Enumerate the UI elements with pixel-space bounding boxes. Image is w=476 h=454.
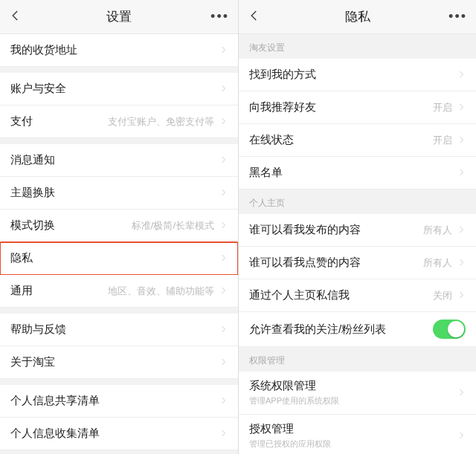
row-label: 主题换肤 [10,186,219,200]
row-label: 允许查看我的关注/粉丝列表 [249,322,433,337]
more-icon[interactable]: ••• [448,9,467,25]
row-subtitle: 管理APP使用的系统权限 [249,395,457,406]
row-label: 通过个人主页私信我 [249,288,433,302]
row-label: 向我推荐好友 [249,100,433,114]
list-item[interactable]: 帮助与反馈 [0,314,238,346]
privacy-scroll[interactable]: 淘友设置找到我的方式向我推荐好友开启在线状态开启黑名单个人主页谁可以看我发布的内… [239,34,476,454]
list-item[interactable]: 授权管理管理已授权的应用权限 [239,415,476,454]
row-value: 开启 [433,134,452,147]
chevron-right-icon [219,187,228,200]
chevron-right-icon [219,356,228,369]
row-label: 消息通知 [10,153,219,167]
row-value: 地区、音效、辅助功能等 [108,285,214,298]
row-label: 我的收货地址 [10,43,219,57]
row-label: 通用 [10,284,108,298]
settings-title: 设置 [39,8,199,25]
privacy-header: 隐私 ••• [239,0,476,34]
section-header: 淘友设置 [239,34,476,59]
chevron-right-icon [457,256,466,270]
settings-panel: 设置 ••• 我的收货地址账户与安全支付支付宝账户、免密支付等消息通知主题换肤模… [0,0,238,454]
row-label: 个人信息共享清单 [10,394,219,408]
row-subtitle: 管理已授权的应用权限 [249,438,457,450]
row-label: 隐私 [10,251,219,265]
row-label: 个人信息收集清单 [10,427,219,441]
section-header: 个人主页 [239,189,476,214]
chevron-right-icon [219,115,228,129]
settings-scroll[interactable]: 我的收货地址账户与安全支付支付宝账户、免密支付等消息通知主题换肤模式切换标准/极… [0,34,238,454]
list-item[interactable]: 账户与安全 [0,73,238,106]
list-item[interactable]: 主题换肤 [0,177,238,210]
list-item[interactable]: 隐私 [0,242,238,275]
row-label: 帮助与反馈 [10,322,219,337]
privacy-title: 隐私 [277,8,437,25]
list-item[interactable]: 我的收货地址 [0,34,238,67]
list-item[interactable]: 支付支付宝账户、免密支付等 [0,106,238,138]
row-value: 开启 [433,101,452,114]
row-value: 标准/极简/长辈模式 [132,219,214,233]
back-icon[interactable] [9,9,22,25]
settings-header: 设置 ••• [0,0,238,34]
list-item[interactable]: 系统权限管理管理APP使用的系统权限 [239,372,476,415]
chevron-right-icon [457,101,466,114]
chevron-right-icon [219,252,228,265]
list-item[interactable]: 个人信息收集清单 [0,418,238,450]
row-label: 谁可以看我发布的内容 [249,223,423,237]
row-value: 关闭 [433,289,452,302]
chevron-right-icon [457,134,466,147]
list-item[interactable]: 在线状态开启 [239,124,476,157]
privacy-panel: 隐私 ••• 淘友设置找到我的方式向我推荐好友开启在线状态开启黑名单个人主页谁可… [238,0,476,454]
list-item[interactable]: 关于淘宝 [0,346,238,379]
chevron-right-icon [457,68,466,82]
list-item[interactable]: 向我推荐好友开启 [239,91,476,124]
list-item[interactable]: 谁可以看我点赞的内容所有人 [239,247,476,279]
chevron-right-icon [219,219,228,233]
row-label: 授权管理 [249,422,457,436]
row-value: 所有人 [423,256,452,270]
row-label: 黑名单 [249,166,457,180]
row-label: 系统权限管理 [249,379,457,393]
list-item[interactable]: 黑名单 [239,157,476,189]
list-item[interactable]: 模式切换标准/极简/长辈模式 [0,210,238,242]
row-label: 支付 [10,114,108,129]
chevron-right-icon [457,166,466,180]
chevron-right-icon [219,44,228,57]
toggle-switch[interactable] [433,320,466,339]
chevron-right-icon [457,429,466,443]
list-item[interactable]: 通用地区、音效、辅助功能等 [0,275,238,308]
row-value: 所有人 [423,224,452,237]
list-item[interactable]: 找到我的方式 [239,59,476,91]
row-label: 谁可以看我点赞的内容 [249,256,423,270]
list-item[interactable]: 消息通知 [0,144,238,177]
row-label: 找到我的方式 [249,68,457,82]
row-value: 支付宝账户、免密支付等 [108,115,214,129]
back-icon[interactable] [248,9,261,25]
chevron-right-icon [219,154,228,167]
list-item[interactable]: 谁可以看我发布的内容所有人 [239,214,476,247]
row-label: 账户与安全 [10,82,219,96]
row-label: 模式切换 [10,218,132,233]
chevron-right-icon [219,427,228,441]
chevron-right-icon [219,82,228,96]
row-label: 关于淘宝 [10,355,219,369]
chevron-right-icon [457,289,466,302]
list-item[interactable]: 个人信息共享清单 [0,385,238,418]
chevron-right-icon [219,285,228,298]
chevron-right-icon [219,323,228,337]
chevron-right-icon [457,386,466,400]
list-item[interactable]: 允许查看我的关注/粉丝列表 [239,312,476,347]
row-label: 在线状态 [249,133,433,147]
chevron-right-icon [219,395,228,408]
more-icon[interactable]: ••• [210,9,229,25]
section-header: 权限管理 [239,347,476,372]
list-item[interactable]: 通过个人主页私信我关闭 [239,279,476,312]
chevron-right-icon [457,224,466,237]
